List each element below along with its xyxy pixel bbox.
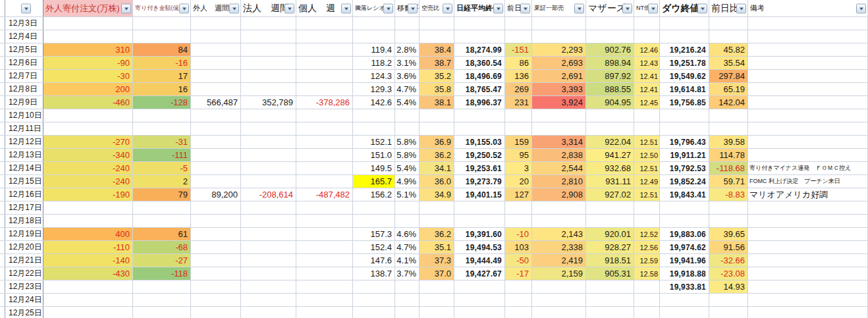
- cell-biko[interactable]: [748, 136, 868, 148]
- cell-gaijin-yoritsuke-order[interactable]: 200: [43, 83, 133, 95]
- cell-toraku-ratio[interactable]: 157.3: [353, 228, 395, 240]
- cell-nikkei-diff[interactable]: [505, 109, 532, 122]
- cell-short-sell-ratio[interactable]: 35.8: [420, 83, 454, 95]
- cell-toraku-ratio[interactable]: 149.5: [353, 162, 395, 174]
- cell-dow-diff[interactable]: [709, 307, 748, 318]
- cell-gaijin-weekly[interactable]: [191, 122, 241, 135]
- cell-mothers[interactable]: 904.95: [586, 96, 634, 109]
- cell-dow-diff[interactable]: 39.65: [709, 228, 748, 240]
- cell-dow-diff[interactable]: 39.58: [709, 136, 748, 148]
- header-cell-short-sell-ratio[interactable]: 空売比: [420, 0, 454, 16]
- cell-nikkei-diff[interactable]: -151: [505, 43, 532, 56]
- cell-biko[interactable]: [748, 267, 868, 280]
- date-cell[interactable]: 12月11日: [5, 122, 43, 135]
- cell-nikkei-diff[interactable]: [505, 215, 532, 227]
- cell-gaijin-yoritsuke-order[interactable]: -30: [43, 70, 133, 82]
- cell-mothers[interactable]: 922.04: [586, 136, 634, 148]
- cell-hojin-weekly[interactable]: [241, 201, 296, 214]
- header-cell-date[interactable]: [5, 0, 43, 16]
- cell-moving-avg[interactable]: [395, 294, 420, 306]
- cell-hojin-weekly[interactable]: 352,789: [241, 96, 296, 109]
- cell-nikkei-diff[interactable]: 3: [505, 162, 532, 174]
- cell-nikkei-diff[interactable]: 127: [505, 188, 532, 201]
- cell-tosho-1bu-volume[interactable]: [532, 280, 586, 293]
- cell-short-sell-ratio[interactable]: 36.2: [420, 149, 454, 161]
- cell-dow-close[interactable]: 19,792.53: [660, 162, 709, 174]
- cell-hojin-weekly[interactable]: [241, 294, 296, 306]
- cell-dow-diff[interactable]: [709, 201, 748, 214]
- cell-tosho-1bu-volume[interactable]: 2,693: [532, 57, 586, 69]
- cell-tosho-1bu-volume[interactable]: 2,159: [532, 267, 586, 280]
- cell-gaijin-weekly[interactable]: [191, 254, 241, 267]
- cell-gaijin-yoritsuke-order[interactable]: -190: [43, 188, 133, 201]
- cell-gaijin-weekly[interactable]: [191, 280, 241, 293]
- cell-yoritsuke-amount[interactable]: [133, 30, 191, 43]
- cell-dow-diff[interactable]: -32.66: [709, 254, 748, 267]
- filter-button-mothers[interactable]: [622, 3, 632, 13]
- cell-nt-ratio[interactable]: [634, 307, 660, 318]
- cell-tosho-1bu-volume[interactable]: 2,143: [532, 228, 586, 240]
- cell-moving-avg[interactable]: 3.1%: [395, 57, 420, 69]
- cell-tosho-1bu-volume[interactable]: 3,314: [532, 136, 586, 148]
- cell-dow-close[interactable]: 19,911.21: [660, 149, 709, 161]
- cell-nikkei-close[interactable]: [454, 109, 505, 122]
- cell-nt-ratio[interactable]: 12.52: [634, 228, 660, 240]
- cell-yoritsuke-amount[interactable]: [133, 201, 191, 214]
- cell-mothers[interactable]: 905.31: [586, 267, 634, 280]
- cell-nikkei-diff[interactable]: -50: [505, 254, 532, 267]
- cell-hojin-weekly[interactable]: [241, 109, 296, 122]
- cell-dow-close[interactable]: [660, 17, 709, 30]
- filter-button-short-sell-ratio[interactable]: [443, 3, 452, 13]
- cell-toraku-ratio[interactable]: 138.7: [353, 267, 395, 280]
- cell-biko[interactable]: [748, 96, 868, 109]
- cell-short-sell-ratio[interactable]: [420, 201, 454, 214]
- cell-nt-ratio[interactable]: 12.50: [634, 149, 660, 161]
- cell-nt-ratio[interactable]: [634, 215, 660, 227]
- cell-biko[interactable]: マリオアメリカ好調: [748, 188, 868, 201]
- cell-yoritsuke-amount[interactable]: [133, 109, 191, 122]
- cell-dow-diff[interactable]: 114.78: [709, 149, 748, 161]
- cell-toraku-ratio[interactable]: 118.2: [353, 57, 395, 69]
- cell-dow-diff[interactable]: -118.68: [709, 162, 748, 174]
- cell-gaijin-yoritsuke-order[interactable]: [43, 17, 133, 30]
- date-cell[interactable]: 12月16日: [5, 188, 43, 201]
- cell-mothers[interactable]: [586, 215, 634, 227]
- cell-toraku-ratio[interactable]: 129.3: [353, 83, 395, 95]
- cell-moving-avg[interactable]: 4.7%: [395, 241, 420, 253]
- cell-dow-close[interactable]: 19,974.62: [660, 241, 709, 253]
- cell-kojin-weekly[interactable]: [296, 228, 353, 240]
- cell-mothers[interactable]: 927.02: [586, 188, 634, 201]
- date-cell[interactable]: 12月22日: [5, 267, 43, 280]
- cell-kojin-weekly[interactable]: [296, 83, 353, 95]
- cell-nt-ratio[interactable]: 12.51: [634, 188, 660, 201]
- filter-button-hojin-weekly[interactable]: [285, 3, 294, 13]
- cell-nt-ratio[interactable]: [634, 17, 660, 30]
- cell-hojin-weekly[interactable]: [241, 136, 296, 148]
- header-cell-gaijin-weekly[interactable]: 外人 週間差: [191, 0, 241, 16]
- cell-gaijin-yoritsuke-order[interactable]: [43, 215, 133, 227]
- cell-gaijin-yoritsuke-order[interactable]: [43, 280, 133, 293]
- cell-toraku-ratio[interactable]: 165.7: [353, 175, 395, 188]
- cell-biko[interactable]: [748, 215, 868, 227]
- cell-gaijin-weekly[interactable]: [191, 30, 241, 43]
- cell-biko[interactable]: [748, 57, 868, 69]
- filter-button-nikkei-close[interactable]: [493, 3, 503, 13]
- cell-yoritsuke-amount[interactable]: [133, 215, 191, 227]
- cell-yoritsuke-amount[interactable]: -27: [133, 254, 191, 267]
- cell-gaijin-yoritsuke-order[interactable]: [43, 109, 133, 122]
- cell-nikkei-close[interactable]: 18,360.54: [454, 57, 505, 69]
- cell-kojin-weekly[interactable]: -487,482: [296, 188, 353, 201]
- cell-gaijin-yoritsuke-order[interactable]: [43, 201, 133, 214]
- cell-nikkei-diff[interactable]: [505, 30, 532, 43]
- cell-hojin-weekly[interactable]: [241, 122, 296, 135]
- cell-nikkei-close[interactable]: [454, 201, 505, 214]
- cell-mothers[interactable]: [586, 122, 634, 135]
- cell-yoritsuke-amount[interactable]: -5: [133, 162, 191, 174]
- cell-gaijin-yoritsuke-order[interactable]: 400: [43, 228, 133, 240]
- cell-moving-avg[interactable]: 4.1%: [395, 254, 420, 267]
- cell-tosho-1bu-volume[interactable]: 2,544: [532, 162, 586, 174]
- cell-biko[interactable]: 寄り付きマイナス連発 ＦＯＭＣ控え: [748, 162, 868, 174]
- cell-tosho-1bu-volume[interactable]: 3,393: [532, 83, 586, 95]
- cell-nikkei-close[interactable]: [454, 215, 505, 227]
- cell-short-sell-ratio[interactable]: [420, 294, 454, 306]
